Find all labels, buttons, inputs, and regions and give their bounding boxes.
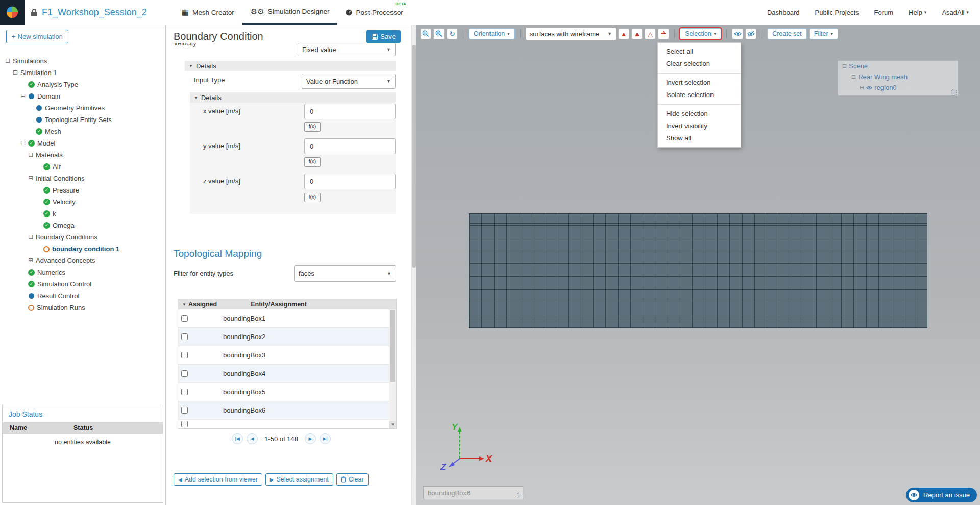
rear-wing-mesh-geometry[interactable] xyxy=(469,213,927,328)
tree-item-mesh[interactable]: ✓Mesh xyxy=(0,126,165,137)
row-checkbox[interactable] xyxy=(181,421,188,427)
tree-item-topological-entity-sets[interactable]: Topological Entity Sets xyxy=(0,114,165,126)
tree-item-boundary-conditions[interactable]: ⊟Boundary Conditions xyxy=(0,231,165,243)
nav-dashboard[interactable]: Dashboard xyxy=(767,9,800,16)
table-row[interactable]: boundingBox3 xyxy=(178,346,396,365)
save-button[interactable]: Save xyxy=(366,30,401,43)
panel-scrollbar[interactable] xyxy=(411,25,416,505)
zoom-box-button[interactable] xyxy=(433,28,445,39)
collapse-icon[interactable]: ⊟ xyxy=(5,55,13,67)
tree-item-boundary-condition-1[interactable]: boundary condition 1 xyxy=(0,243,165,255)
table-scrollbar[interactable]: ▼ xyxy=(389,309,396,428)
nav-help-menu[interactable]: Help ▾ xyxy=(909,9,926,16)
assigned-column-header[interactable]: Assigned xyxy=(188,301,217,308)
sort-desc-icon[interactable]: ▼ xyxy=(182,302,186,307)
y-value-input[interactable] xyxy=(304,138,396,154)
nav-forum[interactable]: Forum xyxy=(874,9,894,16)
first-page-button[interactable]: |◀ xyxy=(232,433,243,444)
tree-item-air[interactable]: ✓Air xyxy=(0,161,165,173)
new-simulation-button[interactable]: +New simulation xyxy=(6,30,68,43)
x-fx-button[interactable]: f(x) xyxy=(304,122,321,132)
tree-item-result-control[interactable]: Result Control xyxy=(0,290,165,302)
report-issue-button[interactable]: Report an issue xyxy=(906,488,977,502)
reset-view-button[interactable]: ↻ xyxy=(447,28,458,39)
collapse-icon[interactable]: ⊟ xyxy=(842,63,847,69)
menu-item-invert-visibility[interactable]: Invert visibility xyxy=(658,120,741,132)
panel-scrollbar-thumb[interactable] xyxy=(412,45,416,268)
menu-item-select-all[interactable]: Select all xyxy=(658,45,741,58)
menu-item-invert-selection[interactable]: Invert selection xyxy=(658,77,741,89)
table-row[interactable]: boundingBox6 xyxy=(178,401,396,420)
scene-tree-root[interactable]: ⊟ Scene xyxy=(838,61,958,71)
tab-mesh-creator[interactable]: ▦ Mesh Creator xyxy=(174,0,242,25)
tree-item-simulation-control[interactable]: ✓Simulation Control xyxy=(0,278,165,290)
collapse-icon[interactable]: ⊟ xyxy=(28,231,36,243)
hide-selection-button[interactable] xyxy=(745,28,756,39)
y-fx-button[interactable]: f(x) xyxy=(304,157,321,167)
tree-item-k[interactable]: ✓k xyxy=(0,208,165,220)
mesh-quality-histogram-button[interactable]: ≙ xyxy=(658,28,669,39)
tree-item-pressure[interactable]: ✓Pressure xyxy=(0,184,165,196)
tree-item-analysis-type[interactable]: ✓Analysis Type xyxy=(0,79,165,90)
table-row-partial[interactable] xyxy=(178,420,396,428)
row-checkbox[interactable] xyxy=(181,333,188,340)
tree-item-numerics[interactable]: ✓Numerics xyxy=(0,267,165,278)
tree-item-geometry-primitives[interactable]: Geometry Primitives xyxy=(0,102,165,114)
collapse-icon[interactable]: ⊟ xyxy=(28,173,36,184)
row-checkbox[interactable] xyxy=(181,315,188,322)
entity-type-filter-select[interactable]: faces ▼ xyxy=(294,265,396,282)
scene-tree-region[interactable]: ⊞ region0 xyxy=(838,82,958,93)
menu-item-hide-selection[interactable]: Hide selection xyxy=(658,108,741,120)
scroll-down-arrow[interactable]: ▼ xyxy=(389,421,396,428)
menu-item-show-all[interactable]: Show all xyxy=(658,132,741,145)
x-value-input[interactable] xyxy=(304,104,396,119)
tree-item-simulation-1[interactable]: ⊟Simulation 1 xyxy=(0,67,165,79)
resize-grip[interactable] xyxy=(951,89,957,95)
mesh-quality-solid-button[interactable]: ▲ xyxy=(618,28,629,39)
render-mode-select[interactable]: surfaces with wireframe ▼ xyxy=(526,27,616,40)
row-checkbox[interactable] xyxy=(181,370,188,377)
expand-icon[interactable]: ⊞ xyxy=(28,255,36,267)
tab-post-processor[interactable]: Post-Processor BETA xyxy=(337,0,411,25)
table-row[interactable]: boundingBox1 xyxy=(178,309,396,328)
add-selection-from-viewer-button[interactable]: ◀ Add selection from viewer xyxy=(174,473,262,486)
clear-button[interactable]: Clear xyxy=(336,473,369,486)
eye-icon[interactable] xyxy=(866,86,872,90)
velocity-type-select[interactable]: Fixed value ▼ xyxy=(298,43,396,56)
nav-user-menu[interactable]: AsadAli ▾ xyxy=(942,9,969,16)
menu-item-clear-selection[interactable]: Clear selection xyxy=(658,58,741,70)
row-checkbox[interactable] xyxy=(181,407,188,414)
row-checkbox[interactable] xyxy=(181,352,188,358)
collapse-icon[interactable]: ⊟ xyxy=(20,90,28,102)
zoom-in-button[interactable] xyxy=(420,28,431,39)
tree-item-omega[interactable]: ✓Omega xyxy=(0,220,165,231)
filter-dropdown[interactable]: Filter ▾ xyxy=(809,28,838,39)
tab-simulation-designer[interactable]: ⚙⚙ Simulation Designer xyxy=(242,0,338,25)
tree-item-materials[interactable]: ⊟Materials xyxy=(0,149,165,161)
tree-item-simulation-runs[interactable]: Simulation Runs xyxy=(0,302,165,314)
tree-item-advanced-concepts[interactable]: ⊞Advanced Concepts xyxy=(0,255,165,267)
collapse-icon[interactable]: ⊟ xyxy=(20,137,28,149)
next-page-button[interactable]: ▶ xyxy=(305,433,316,444)
table-row[interactable]: boundingBox4 xyxy=(178,365,396,383)
table-scrollbar-thumb[interactable] xyxy=(390,310,395,382)
mesh-quality-shaded-button[interactable]: ▲ xyxy=(631,28,643,39)
selection-dropdown[interactable]: Selection ▾ xyxy=(680,28,721,39)
last-page-button[interactable]: ▶| xyxy=(320,433,331,444)
z-value-input[interactable] xyxy=(304,174,396,189)
table-row[interactable]: boundingBox2 xyxy=(178,328,396,346)
scene-tree-mesh[interactable]: ⊟ Rear Wing mesh xyxy=(838,71,958,82)
create-set-button[interactable]: Create set xyxy=(767,28,807,39)
input-type-select[interactable]: Value or Function ▼ xyxy=(302,74,396,89)
menu-item-isolate-selection[interactable]: Isolate selection xyxy=(658,89,741,101)
tree-item-domain[interactable]: ⊟Domain xyxy=(0,90,165,102)
collapse-icon[interactable]: ⊟ xyxy=(28,149,36,161)
collapse-icon[interactable]: ⊟ xyxy=(13,67,20,79)
details-section-header[interactable]: ▼ Details xyxy=(185,61,396,71)
expand-icon[interactable]: ⊞ xyxy=(860,84,864,91)
tree-item-initial-conditions[interactable]: ⊟Initial Conditions xyxy=(0,173,165,184)
inner-details-section-header[interactable]: ▼ Details xyxy=(190,92,396,103)
prev-page-button[interactable]: ◀ xyxy=(247,433,258,444)
table-row[interactable]: boundingBox5 xyxy=(178,383,396,401)
viewer-3d[interactable]: ↻ Orientation ▾ surfaces with wireframe … xyxy=(416,25,980,505)
